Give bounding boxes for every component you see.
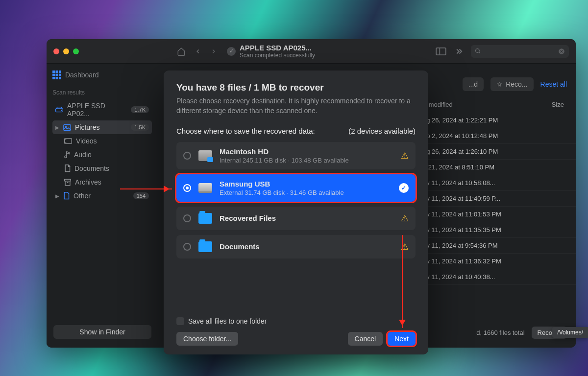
dashboard-icon — [52, 70, 61, 79]
destination-samsung-usb[interactable]: Samsung USB External 31.74 GB disk · 31.… — [176, 174, 416, 202]
show-in-finder-button[interactable]: Show in Finder — [53, 325, 151, 339]
zoom-window-button[interactable] — [73, 48, 79, 54]
file-row[interactable]: ay 11, 2024 at 11:40:59 P... — [414, 191, 576, 207]
sidebar-item-label: Other — [74, 192, 91, 200]
chevron-right-icon: ▶ — [55, 193, 59, 199]
modal-title: You have 8 files / 1 MB to recover — [176, 82, 416, 93]
svg-rect-6 — [56, 70, 58, 73]
close-window-button[interactable] — [53, 48, 59, 54]
filter-button[interactable]: ...d — [463, 77, 484, 91]
sidebar: Dashboard Scan results APPLE SSD AP02...… — [47, 64, 158, 348]
folder-icon — [198, 240, 213, 253]
file-row[interactable]: ug 26, 2024 at 1:26:10 PM — [414, 144, 576, 160]
svg-rect-23 — [65, 181, 70, 185]
sidebar-item-label: Videos — [76, 137, 97, 145]
internal-disk-icon — [198, 149, 213, 162]
footer-stats: d, 1660 files total — [476, 329, 524, 336]
checkbox-unchecked-icon[interactable] — [176, 317, 184, 325]
destination-recovered-files[interactable]: Recovered Files ⚠ — [176, 207, 416, 230]
disk-icon — [55, 107, 63, 113]
search-input[interactable] — [471, 45, 569, 58]
radio-checked-icon[interactable] — [183, 184, 191, 192]
radio-unchecked-icon[interactable] — [183, 152, 191, 160]
folder-icon — [198, 212, 213, 225]
sidebar-item-pictures[interactable]: ▶ Pictures 1.5K — [52, 120, 152, 134]
devices-available-label: (2 devices available) — [348, 127, 416, 135]
annotation-arrow — [402, 235, 403, 328]
svg-rect-10 — [59, 74, 61, 76]
video-icon — [64, 138, 72, 144]
destination-macintosh-hd[interactable]: Macintosh HD Internal 245.11 GB disk · 1… — [176, 142, 416, 169]
file-row[interactable]: ug 26, 2024 at 1:22:21 PM — [414, 113, 576, 128]
file-row[interactable]: ay 11, 2024 at 11:35:35 PM — [414, 222, 576, 238]
device-meta: External 31.74 GB disk · 31.46 GB availa… — [220, 189, 392, 196]
next-button[interactable]: Next — [388, 332, 416, 346]
sidebar-item-disk[interactable]: APPLE SSD AP02... 1.7K — [52, 99, 152, 120]
save-one-folder-checkbox[interactable]: Save all files to one folder — [176, 312, 416, 325]
device-name: Documents — [220, 242, 394, 251]
svg-rect-11 — [52, 77, 55, 79]
svg-rect-8 — [52, 74, 55, 76]
file-row[interactable]: ay 11, 2024 at 11:01:53 PM — [414, 207, 576, 222]
dashboard-label: Dashboard — [65, 71, 99, 79]
save-one-folder-label: Save all files to one folder — [188, 317, 267, 325]
col-size[interactable]: Size — [552, 101, 564, 108]
device-name: Recovered Files — [220, 214, 394, 222]
svg-point-21 — [65, 156, 67, 158]
file-rows: ug 26, 2024 at 1:22:21 PM ep 2, 2024 at … — [414, 113, 576, 285]
svg-rect-7 — [59, 70, 61, 73]
sidebar-badge: 1.5K — [131, 124, 149, 131]
svg-point-15 — [61, 110, 62, 111]
sidebar-badge: 154 — [133, 192, 149, 199]
file-row[interactable]: ay 11, 2024 at 10:40:38... — [414, 269, 576, 285]
sidebar-item-label: Documents — [74, 164, 109, 172]
svg-rect-13 — [59, 77, 61, 79]
clear-search-icon[interactable] — [558, 48, 565, 55]
sidebar-item-label: APPLE SSD AP02... — [67, 102, 127, 118]
sidebar-item-videos[interactable]: Videos — [52, 134, 152, 148]
svg-line-3 — [479, 52, 480, 53]
sidebar-item-other[interactable]: ▶ Other 154 — [52, 189, 152, 203]
destination-documents[interactable]: Documents ⚠ — [176, 235, 416, 258]
svg-rect-16 — [64, 124, 71, 130]
view-mode-icon[interactable] — [436, 47, 446, 55]
device-name: Samsung USB — [220, 180, 392, 188]
reset-all-link[interactable]: Reset all — [540, 80, 567, 88]
file-row[interactable]: ep 2, 2024 at 10:12:48 PM — [414, 128, 576, 144]
file-row[interactable]: n 21, 2024 at 8:51:10 PM — [414, 160, 576, 175]
minimize-window-button[interactable] — [63, 48, 69, 54]
file-row[interactable]: ay 11, 2024 at 9:54:36 PM — [414, 238, 576, 254]
forward-icon[interactable] — [210, 48, 217, 55]
check-icon: ✓ — [399, 183, 409, 193]
svg-rect-0 — [436, 47, 446, 54]
device-name: Macintosh HD — [220, 147, 394, 156]
svg-point-2 — [476, 49, 480, 53]
sidebar-item-documents[interactable]: Documents — [52, 162, 152, 175]
choose-folder-button[interactable]: Choose folder... — [176, 332, 238, 346]
svg-rect-9 — [56, 74, 58, 76]
sidebar-item-label: Audio — [74, 151, 92, 159]
overflow-icon[interactable] — [454, 48, 463, 54]
file-row[interactable]: ay 11, 2024 at 10:58:08... — [414, 175, 576, 191]
recovery-filter-button[interactable]: ☆Reco... — [490, 77, 533, 91]
chevron-right-icon: ▶ — [55, 125, 59, 130]
audio-icon — [64, 151, 70, 159]
back-icon[interactable] — [195, 48, 201, 55]
file-row[interactable]: ay 11, 2024 at 11:36:32 PM — [414, 254, 576, 269]
dashboard-nav[interactable]: Dashboard — [52, 70, 152, 79]
sidebar-item-audio[interactable]: Audio — [52, 148, 152, 162]
sidebar-item-label: Archives — [75, 178, 101, 186]
sidebar-item-archives[interactable]: Archives — [52, 175, 152, 189]
radio-unchecked-icon[interactable] — [183, 214, 191, 222]
svg-rect-12 — [56, 77, 58, 79]
scan-status-icon: ✓ — [227, 47, 236, 56]
titlebar: ✓ APPLE SSD AP025... Scan completed succ… — [47, 39, 576, 64]
header-subtitle: Scan completed successfully — [240, 52, 315, 59]
choose-label: Choose where to save the recovered data: — [176, 127, 315, 135]
cancel-button[interactable]: Cancel — [348, 332, 383, 346]
home-icon[interactable] — [177, 47, 186, 56]
modal-subtitle: Please choose recovery destination. It i… — [176, 96, 416, 116]
radio-unchecked-icon[interactable] — [183, 243, 191, 251]
svg-rect-5 — [52, 70, 55, 73]
warning-icon: ⚠ — [401, 213, 409, 224]
